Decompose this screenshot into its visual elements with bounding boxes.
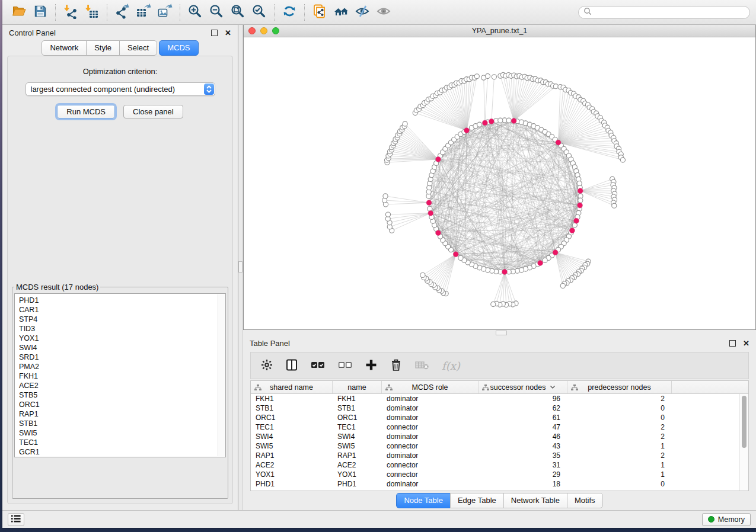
table-row[interactable]: FKH1FKH1dominator962 — [251, 394, 748, 403]
cell: 47 — [479, 422, 567, 432]
eye-icon — [376, 4, 391, 21]
mcds-node-item[interactable]: STB1 — [19, 419, 225, 428]
table-row[interactable]: TEC1TEC1connector472 — [251, 422, 748, 432]
zoom-selected-button[interactable] — [248, 3, 270, 22]
table-panel: Table Panel ✕ f(x) shared namenameM — [243, 335, 756, 510]
mcds-node-item[interactable]: SRD1 — [19, 352, 225, 362]
open-file-button[interactable] — [8, 3, 30, 22]
splitter-handle[interactable] — [238, 261, 243, 273]
mcds-node-item[interactable]: PHD1 — [19, 296, 225, 305]
zoom-fit-icon — [230, 4, 245, 21]
tab-node-table[interactable]: Node Table — [396, 493, 451, 508]
tab-edge-table[interactable]: Edge Table — [450, 493, 504, 508]
task-history-button[interactable] — [8, 513, 24, 526]
run-mcds-button[interactable]: Run MCDS — [57, 105, 115, 118]
table-row[interactable]: YOX1YOX1connector291 — [251, 470, 748, 479]
tab-motifs[interactable]: Motifs — [567, 493, 603, 508]
save-session-button[interactable] — [30, 3, 51, 22]
export-network-button[interactable] — [111, 3, 133, 22]
zoom-out-button[interactable] — [206, 3, 227, 22]
deselect-all-button[interactable] — [337, 358, 353, 373]
table-settings-button[interactable] — [260, 358, 273, 373]
mcds-hub-node — [502, 270, 508, 275]
delete-table-button[interactable] — [414, 358, 430, 373]
table-row[interactable]: PHD1PHD1dominator180 — [251, 479, 748, 489]
cell: 61 — [479, 413, 567, 422]
network-graph[interactable] — [244, 37, 754, 329]
tab-mcds[interactable]: MCDS — [159, 40, 198, 56]
cell: 0 — [567, 413, 672, 422]
export-image-button[interactable] — [154, 3, 176, 22]
scrollbar-thumb[interactable] — [742, 396, 747, 448]
mcds-node-item[interactable]: ORC1 — [19, 400, 225, 409]
search-input[interactable] — [595, 8, 745, 17]
hide-panels-button[interactable] — [352, 3, 373, 22]
tab-network[interactable]: Network — [42, 40, 87, 56]
table-row[interactable]: STB1STB1dominator620 — [251, 403, 748, 413]
cell: 18 — [479, 479, 567, 489]
column-header-predecessor-nodes[interactable]: predecessor nodes — [567, 381, 672, 393]
mcds-node-item[interactable]: GCR1 — [19, 447, 225, 457]
horizontal-splitter[interactable] — [243, 330, 756, 335]
search-field[interactable] — [578, 6, 750, 19]
table-row[interactable]: RAP1RAP1dominator352 — [251, 451, 748, 460]
float-panel-icon[interactable] — [211, 30, 218, 36]
home-button[interactable] — [330, 3, 352, 22]
mcds-node-item[interactable]: ACE2 — [19, 381, 225, 390]
cell: PHD1 — [251, 479, 333, 489]
add-column-button[interactable] — [365, 358, 378, 373]
select-all-button[interactable] — [310, 358, 326, 373]
tab-select[interactable]: Select — [119, 40, 157, 56]
memory-status-icon — [708, 516, 714, 523]
delete-column-button[interactable] — [390, 358, 403, 373]
import-network-button[interactable] — [60, 3, 81, 22]
mcds-result-list: PHD1CAR1STP4TID3YOX1SWI4SRD1PMA2FKH1ACE2… — [14, 293, 226, 457]
mcds-node-item[interactable]: PMA2 — [19, 362, 225, 371]
cell: STB1 — [251, 403, 333, 413]
splitter-handle[interactable] — [496, 331, 507, 335]
mcds-node-item[interactable]: STP4 — [19, 315, 225, 324]
vertical-splitter[interactable] — [238, 25, 243, 510]
table-row[interactable]: SWI5SWI5connector431 — [251, 441, 748, 451]
column-header-name[interactable]: name — [333, 381, 382, 393]
zoom-fit-button[interactable] — [227, 3, 248, 22]
column-mode-button[interactable] — [285, 358, 298, 373]
network-canvas[interactable] — [244, 37, 755, 329]
table-row[interactable]: ORC1ORC1dominator610 — [251, 413, 748, 422]
column-header-shared-name[interactable]: shared name — [251, 381, 333, 393]
zoom-in-button[interactable] — [184, 3, 206, 22]
table-scrollbar[interactable] — [739, 394, 748, 491]
mcds-node-item[interactable]: RAP1 — [19, 409, 225, 419]
export-table-button[interactable] — [133, 3, 154, 22]
memory-label: Memory — [718, 515, 745, 524]
close-panel-button[interactable]: Close panel — [123, 105, 183, 118]
float-panel-icon[interactable] — [729, 340, 736, 347]
column-header-MCDS-role[interactable]: MCDS role — [382, 381, 479, 393]
right-column: YPA_prune.txt_1 Table Panel ✕ — [243, 25, 756, 510]
import-table-button[interactable] — [81, 3, 103, 22]
mcds-node-item[interactable]: YOX1 — [19, 334, 225, 343]
function-builder-button[interactable]: f(x) — [442, 360, 460, 372]
mcds-node-item[interactable]: SWI5 — [19, 428, 225, 438]
tab-network-table[interactable]: Network Table — [503, 493, 567, 508]
column-header-successor-nodes[interactable]: successor nodes — [479, 381, 567, 393]
mcds-list-scrollbar[interactable] — [218, 294, 225, 456]
mcds-node-item[interactable]: SWI4 — [19, 343, 225, 352]
mcds-node-item[interactable]: CAR1 — [19, 305, 225, 315]
clone-network-button[interactable] — [309, 3, 330, 22]
tab-style[interactable]: Style — [86, 40, 120, 56]
show-panels-button[interactable] — [373, 3, 394, 22]
table-row[interactable]: SWI4SWI4dominator462 — [251, 432, 748, 441]
mcds-node-item[interactable]: FKH1 — [19, 371, 225, 381]
cell: ORC1 — [333, 413, 382, 422]
apply-layout-button[interactable] — [279, 3, 300, 22]
optimization-criterion-label: Optimization criterion: — [83, 67, 158, 76]
criterion-select[interactable]: largest connected component (undirected) — [25, 82, 215, 96]
mcds-node-item[interactable]: TEC1 — [19, 438, 225, 447]
table-row[interactable]: ACE2ACE2connector311 — [251, 460, 748, 470]
memory-button[interactable]: Memory — [702, 513, 751, 526]
close-panel-icon[interactable]: ✕ — [743, 339, 749, 347]
mcds-node-item[interactable]: TID3 — [19, 324, 225, 334]
mcds-node-item[interactable]: STB5 — [19, 390, 225, 400]
close-panel-icon[interactable]: ✕ — [225, 29, 231, 37]
